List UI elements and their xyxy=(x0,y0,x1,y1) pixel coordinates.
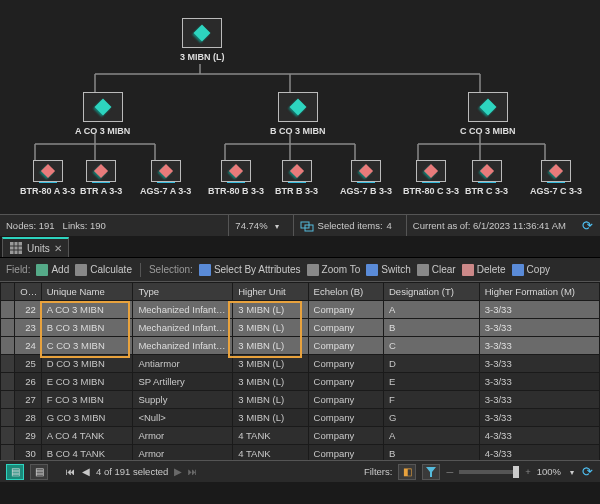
pager-prev[interactable]: ◀ xyxy=(82,466,90,477)
zoom-slider[interactable] xyxy=(459,470,519,474)
cell[interactable]: Company xyxy=(308,319,383,337)
cell[interactable]: 29 xyxy=(15,427,41,445)
col-designation[interactable]: Designation (T) xyxy=(383,283,479,301)
cell[interactable]: Company xyxy=(308,373,383,391)
tab-units[interactable]: Units ✕ xyxy=(2,237,69,257)
row-selector[interactable] xyxy=(1,337,15,355)
table-row[interactable]: 29A CO 4 TANKArmor4 TANKCompanyA4-3/33 xyxy=(1,427,600,445)
row-selector[interactable] xyxy=(1,301,15,319)
tree-node-l3-4[interactable]: BTR B 3-3 xyxy=(275,160,318,196)
cell[interactable]: 3-3/33 xyxy=(479,373,599,391)
cell[interactable]: 3-3/33 xyxy=(479,409,599,427)
calculate-button[interactable]: Calculate xyxy=(75,264,132,276)
table-row[interactable]: 24C CO 3 MIBNMechanized Infantry (Li…3 M… xyxy=(1,337,600,355)
pager-next[interactable]: ▶ xyxy=(174,466,182,477)
tree-node-l2-2[interactable]: C CO 3 MIBN xyxy=(460,92,516,136)
select-by-attributes-button[interactable]: Select By Attributes xyxy=(199,264,301,276)
cell[interactable]: E xyxy=(383,373,479,391)
cell[interactable]: 4 TANK xyxy=(233,445,308,461)
cell[interactable]: 4-3/33 xyxy=(479,445,599,461)
cell[interactable]: 3 MIBN (L) xyxy=(233,319,308,337)
table-row[interactable]: 26E CO 3 MIBNSP Artillery3 MIBN (L)Compa… xyxy=(1,373,600,391)
cell[interactable]: 3-3/33 xyxy=(479,301,599,319)
cell[interactable]: D xyxy=(383,355,479,373)
row-selector[interactable] xyxy=(1,319,15,337)
cell[interactable]: 3 MIBN (L) xyxy=(233,391,308,409)
cell[interactable]: B CO 3 MIBN xyxy=(41,319,133,337)
tree-node-l3-6[interactable]: BTR-80 C 3-3 xyxy=(403,160,459,196)
cell[interactable]: Mechanized Infantry (Li… xyxy=(133,301,233,319)
pager-first[interactable]: ⏮ xyxy=(66,466,76,477)
cell[interactable]: Armor xyxy=(133,427,233,445)
show-selected-button[interactable]: ▤ xyxy=(30,464,48,480)
table-row[interactable]: 27F CO 3 MIBNSupply3 MIBN (L)CompanyF3-3… xyxy=(1,391,600,409)
link-chart-diagram[interactable]: 3 MIBN (L) A CO 3 MIBN B CO 3 MIBN C CO … xyxy=(0,0,600,236)
cell[interactable]: Mechanized Infantry (Li… xyxy=(133,337,233,355)
cell[interactable]: Company xyxy=(308,355,383,373)
tree-node-l3-8[interactable]: AGS-7 C 3-3 xyxy=(530,160,582,196)
cell[interactable]: <Null> xyxy=(133,409,233,427)
cell[interactable]: 3 MIBN (L) xyxy=(233,409,308,427)
cell[interactable]: 3-3/33 xyxy=(479,391,599,409)
cell[interactable]: C xyxy=(383,337,479,355)
col-selector[interactable] xyxy=(1,283,15,301)
cell[interactable]: A xyxy=(383,427,479,445)
tree-node-l3-1[interactable]: BTR A 3-3 xyxy=(80,160,122,196)
cell[interactable]: 23 xyxy=(15,319,41,337)
table-row[interactable]: 22A CO 3 MIBNMechanized Infantry (Li…3 M… xyxy=(1,301,600,319)
add-field-button[interactable]: Add xyxy=(36,264,69,276)
attribute-table[interactable]: OID Unique Name Type Higher Unit Echelon… xyxy=(0,282,600,460)
cell[interactable]: D CO 3 MIBN xyxy=(41,355,133,373)
cell[interactable]: 3-3/33 xyxy=(479,337,599,355)
cell[interactable]: 22 xyxy=(15,301,41,319)
zoom-dropdown[interactable] xyxy=(567,466,574,477)
selected-items[interactable]: Selected items: 4 xyxy=(293,215,398,236)
col-echelon[interactable]: Echelon (B) xyxy=(308,283,383,301)
cell[interactable]: B xyxy=(383,445,479,461)
tree-node-root[interactable]: 3 MIBN (L) xyxy=(180,18,225,62)
cell[interactable]: 26 xyxy=(15,373,41,391)
cell[interactable]: E CO 3 MIBN xyxy=(41,373,133,391)
cell[interactable]: Mechanized Infantry (Li… xyxy=(133,319,233,337)
table-row[interactable]: 25D CO 3 MIBNAntiarmor3 MIBN (L)CompanyD… xyxy=(1,355,600,373)
tree-node-l3-7[interactable]: BTR C 3-3 xyxy=(465,160,508,196)
cell[interactable]: 3 MIBN (L) xyxy=(233,301,308,319)
tree-node-l2-0[interactable]: A CO 3 MIBN xyxy=(75,92,130,136)
delete-button[interactable]: Delete xyxy=(462,264,506,276)
filter-extent-button[interactable]: ◧ xyxy=(398,464,416,480)
cell[interactable]: Company xyxy=(308,427,383,445)
col-higher-unit[interactable]: Higher Unit xyxy=(233,283,308,301)
col-unique-name[interactable]: Unique Name xyxy=(41,283,133,301)
cell[interactable]: 3-3/33 xyxy=(479,319,599,337)
pager-last[interactable]: ⏭ xyxy=(188,466,198,477)
table-row[interactable]: 30B CO 4 TANKArmor4 TANKCompanyB4-3/33 xyxy=(1,445,600,461)
cell[interactable]: 3 MIBN (L) xyxy=(233,355,308,373)
cell[interactable]: C CO 3 MIBN xyxy=(41,337,133,355)
cell[interactable]: Antiarmor xyxy=(133,355,233,373)
col-type[interactable]: Type xyxy=(133,283,233,301)
cell[interactable]: A CO 3 MIBN xyxy=(41,301,133,319)
cell[interactable]: B CO 4 TANK xyxy=(41,445,133,461)
tree-node-l2-1[interactable]: B CO 3 MIBN xyxy=(270,92,326,136)
cell[interactable]: G xyxy=(383,409,479,427)
cell[interactable]: 4 TANK xyxy=(233,427,308,445)
cell[interactable]: Company xyxy=(308,409,383,427)
cell[interactable]: Company xyxy=(308,445,383,461)
tree-node-l3-0[interactable]: BTR-80 A 3-3 xyxy=(20,160,75,196)
zoom-to-button[interactable]: Zoom To xyxy=(307,264,361,276)
table-row[interactable]: 23B CO 3 MIBNMechanized Infantry (Li…3 M… xyxy=(1,319,600,337)
cell[interactable]: Company xyxy=(308,337,383,355)
cell[interactable]: F CO 3 MIBN xyxy=(41,391,133,409)
close-icon[interactable]: ✕ xyxy=(54,243,62,254)
cell[interactable]: 25 xyxy=(15,355,41,373)
cell[interactable]: F xyxy=(383,391,479,409)
row-selector[interactable] xyxy=(1,409,15,427)
row-selector[interactable] xyxy=(1,373,15,391)
row-selector[interactable] xyxy=(1,391,15,409)
switch-button[interactable]: Switch xyxy=(366,264,410,276)
refresh-table-icon[interactable] xyxy=(580,465,594,479)
cell[interactable]: 3-3/33 xyxy=(479,355,599,373)
cell[interactable]: A xyxy=(383,301,479,319)
tree-node-l3-3[interactable]: BTR-80 B 3-3 xyxy=(208,160,264,196)
cell[interactable]: 3 MIBN (L) xyxy=(233,337,308,355)
